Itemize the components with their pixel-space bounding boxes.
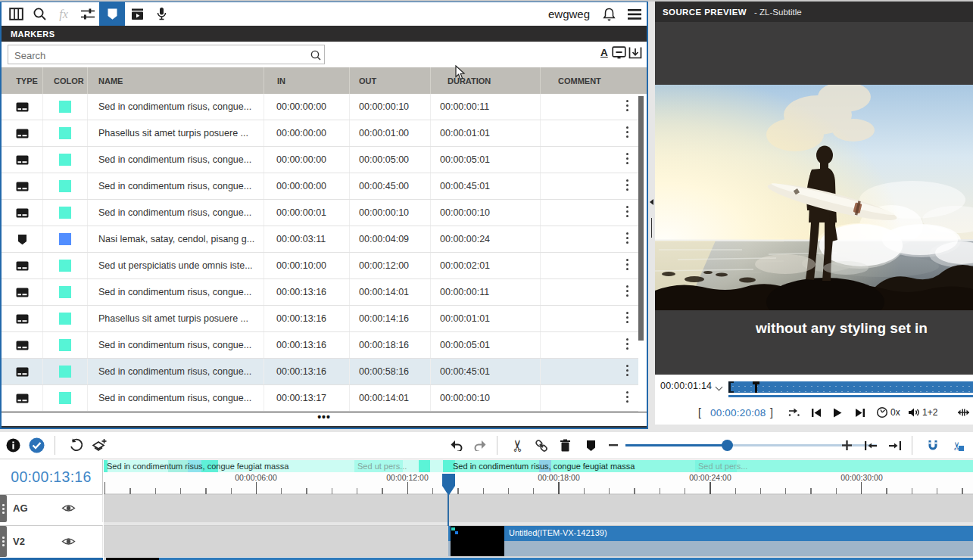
subtitle-segment[interactable] bbox=[419, 460, 430, 472]
marker-row[interactable]: Sed in condimentum risus, congue... 00:0… bbox=[2, 94, 638, 120]
preview-scrubber[interactable] bbox=[728, 381, 973, 393]
link-button[interactable] bbox=[532, 432, 550, 459]
column-header-comment[interactable]: COMMENT bbox=[541, 67, 647, 94]
row-menu-button[interactable] bbox=[626, 179, 628, 193]
download-button[interactable] bbox=[628, 46, 642, 59]
mark-out-bracket[interactable]: ] bbox=[770, 400, 773, 425]
track-header-ag[interactable]: AG bbox=[0, 494, 103, 522]
row-menu-button[interactable] bbox=[626, 338, 628, 352]
razor-button[interactable]: ✂ bbox=[948, 432, 966, 459]
track-drag-handle[interactable] bbox=[0, 526, 7, 557]
zoom-in-button[interactable] bbox=[837, 432, 856, 459]
zoom-out-button[interactable] bbox=[604, 432, 622, 459]
marker-row[interactable]: Sed ut perspiciatis unde omnis iste... 0… bbox=[2, 253, 638, 279]
subtitle-display-button[interactable] bbox=[612, 46, 626, 59]
row-menu-button[interactable] bbox=[626, 312, 628, 325]
marker-row[interactable]: Sed in condimentum risus, congue... 00:0… bbox=[2, 173, 638, 200]
zoom-slider-thumb[interactable] bbox=[722, 440, 733, 451]
column-header-duration[interactable]: DURATION bbox=[431, 67, 541, 94]
microphone-button[interactable] bbox=[149, 2, 173, 26]
marker-name: Sed in condimentum risus, congue... bbox=[88, 332, 264, 358]
timecode-dropdown-icon[interactable] bbox=[716, 384, 723, 391]
mark-in-bracket[interactable]: [ bbox=[698, 400, 701, 425]
panel-resize-handle[interactable]: ••• bbox=[2, 412, 647, 428]
row-menu-button[interactable] bbox=[626, 126, 628, 140]
menu-button[interactable] bbox=[622, 2, 647, 26]
marker-row[interactable]: Sed in condimentum risus, congue... 00:0… bbox=[2, 279, 638, 306]
marker-row[interactable]: Phasellus sit amet turpis posuere ... 00… bbox=[2, 306, 638, 332]
audio-channels-button[interactable]: 1+2 bbox=[908, 400, 937, 425]
marker-row[interactable]: Phasellus sit amet turpis posuere ... 00… bbox=[2, 120, 638, 147]
table-scrollbar[interactable] bbox=[638, 96, 644, 341]
marker-row[interactable]: Nasi lemak, satay, cendol, pisang g... 0… bbox=[2, 226, 638, 253]
search-field-icon[interactable] bbox=[310, 49, 322, 61]
reset-button[interactable] bbox=[67, 432, 85, 459]
track-lane-ag[interactable] bbox=[104, 494, 973, 522]
timeline-ruler[interactable]: 00:00:06:00 00:00:12:00 00:00:18:00 00:0… bbox=[104, 472, 973, 494]
next-frame-button[interactable] bbox=[855, 400, 865, 425]
snap-button[interactable] bbox=[924, 432, 942, 459]
preview-current-timecode[interactable]: 00:00:01:14 bbox=[660, 381, 712, 391]
subtitle-track-strip[interactable]: Sed in condimentum risus, congue feugiat… bbox=[104, 460, 973, 472]
track-visibility-v2[interactable] bbox=[61, 537, 76, 546]
row-menu-button[interactable] bbox=[626, 259, 628, 272]
search-button[interactable] bbox=[27, 2, 51, 26]
previous-frame-button[interactable] bbox=[811, 400, 822, 425]
marker-row[interactable]: Sed in condimentum risus, congue... 00:0… bbox=[2, 359, 638, 385]
add-layer-button[interactable] bbox=[90, 432, 108, 459]
marker-row[interactable]: Sed in condimentum risus, congue... 00:0… bbox=[2, 332, 638, 359]
play-button[interactable] bbox=[833, 400, 842, 425]
row-menu-button[interactable] bbox=[626, 153, 628, 166]
track-header-v2[interactable]: V2 bbox=[0, 525, 103, 557]
subtitle-type-icon bbox=[16, 288, 29, 297]
marker-row[interactable]: Sed in condimentum risus, congue... 00:0… bbox=[2, 385, 638, 412]
notifications-button[interactable] bbox=[597, 2, 621, 26]
jump-to-end-button[interactable] bbox=[886, 432, 904, 459]
jump-to-start-button[interactable] bbox=[862, 432, 880, 459]
marker-row[interactable]: Sed in condimentum risus, congue... 00:0… bbox=[2, 200, 638, 226]
column-header-out[interactable]: OUT bbox=[350, 67, 431, 94]
search-input[interactable] bbox=[14, 49, 302, 61]
fit-width-button[interactable] bbox=[957, 400, 970, 425]
ruler-tick bbox=[155, 488, 156, 494]
track-drag-handle[interactable] bbox=[0, 495, 7, 522]
scrubber-playhead[interactable] bbox=[753, 381, 759, 393]
track-visibility-ag[interactable] bbox=[61, 503, 76, 513]
marker-comment bbox=[541, 200, 638, 226]
row-menu-button[interactable] bbox=[626, 232, 628, 246]
check-circle-icon bbox=[29, 437, 45, 453]
goto-in-button[interactable] bbox=[788, 400, 800, 425]
playback-speed-button[interactable]: 0x bbox=[876, 400, 900, 425]
export-button[interactable] bbox=[125, 2, 149, 26]
marker-in: 00:00:13:16 bbox=[264, 279, 350, 305]
panel-splitter[interactable] bbox=[648, 2, 655, 429]
redo-button[interactable] bbox=[471, 432, 489, 459]
user-name[interactable]: ewgweg bbox=[548, 8, 590, 20]
row-menu-button[interactable] bbox=[626, 206, 628, 219]
panels-button[interactable] bbox=[4, 2, 28, 26]
undo-button[interactable] bbox=[447, 432, 465, 459]
delete-button[interactable] bbox=[556, 432, 574, 459]
info-button[interactable] bbox=[4, 432, 22, 459]
row-menu-button[interactable] bbox=[626, 285, 628, 299]
column-header-type[interactable]: TYPE bbox=[2, 67, 43, 94]
marker-comment bbox=[541, 226, 638, 252]
row-menu-button[interactable] bbox=[626, 391, 628, 405]
splitter-collapse-icon[interactable] bbox=[650, 199, 653, 205]
row-menu-button[interactable] bbox=[626, 100, 628, 114]
subtitle-type-icon bbox=[16, 102, 29, 112]
timeline-clip[interactable]: Untitled(ITEM-VX-142139) bbox=[448, 526, 973, 556]
column-header-name[interactable]: NAME bbox=[88, 67, 264, 94]
approve-button[interactable] bbox=[27, 432, 45, 459]
add-marker-button[interactable] bbox=[582, 432, 600, 459]
cut-button[interactable]: ✂ bbox=[509, 432, 527, 459]
settings-sliders-button[interactable] bbox=[76, 2, 100, 26]
preview-duration-timecode[interactable]: 00:00:20:08 bbox=[710, 400, 766, 425]
column-header-color[interactable]: COLOR bbox=[43, 67, 88, 94]
marker-row[interactable]: Sed in condimentum risus, congue... 00:0… bbox=[2, 147, 638, 173]
markers-button[interactable] bbox=[99, 2, 125, 26]
effects-button[interactable]: fx bbox=[51, 2, 76, 26]
column-header-in[interactable]: IN bbox=[264, 67, 350, 94]
marker-comment bbox=[541, 306, 638, 331]
row-menu-button[interactable] bbox=[626, 365, 628, 378]
